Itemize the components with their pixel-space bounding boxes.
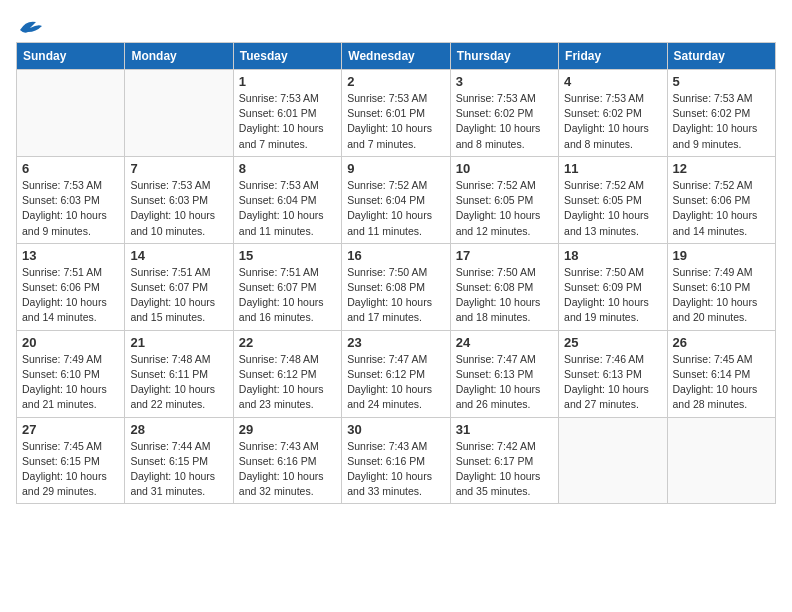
day-info: Sunrise: 7:43 AMSunset: 6:16 PMDaylight:… [239,439,336,500]
calendar-cell: 15Sunrise: 7:51 AMSunset: 6:07 PMDayligh… [233,243,341,330]
day-number: 19 [673,248,770,263]
calendar-cell: 30Sunrise: 7:43 AMSunset: 6:16 PMDayligh… [342,417,450,504]
day-info: Sunrise: 7:51 AMSunset: 6:07 PMDaylight:… [130,265,227,326]
day-info: Sunrise: 7:52 AMSunset: 6:05 PMDaylight:… [456,178,553,239]
calendar-cell: 23Sunrise: 7:47 AMSunset: 6:12 PMDayligh… [342,330,450,417]
day-number: 30 [347,422,444,437]
weekday-header-sunday: Sunday [17,43,125,70]
day-info: Sunrise: 7:50 AMSunset: 6:08 PMDaylight:… [347,265,444,326]
day-number: 29 [239,422,336,437]
day-number: 22 [239,335,336,350]
calendar-cell: 26Sunrise: 7:45 AMSunset: 6:14 PMDayligh… [667,330,775,417]
day-number: 5 [673,74,770,89]
day-number: 1 [239,74,336,89]
day-info: Sunrise: 7:49 AMSunset: 6:10 PMDaylight:… [22,352,119,413]
weekday-header-thursday: Thursday [450,43,558,70]
day-number: 28 [130,422,227,437]
calendar-cell [17,70,125,157]
day-number: 4 [564,74,661,89]
day-info: Sunrise: 7:52 AMSunset: 6:05 PMDaylight:… [564,178,661,239]
weekday-header-tuesday: Tuesday [233,43,341,70]
calendar-cell: 16Sunrise: 7:50 AMSunset: 6:08 PMDayligh… [342,243,450,330]
calendar-table: SundayMondayTuesdayWednesdayThursdayFrid… [16,42,776,504]
day-info: Sunrise: 7:43 AMSunset: 6:16 PMDaylight:… [347,439,444,500]
calendar-cell [667,417,775,504]
day-info: Sunrise: 7:46 AMSunset: 6:13 PMDaylight:… [564,352,661,413]
day-info: Sunrise: 7:45 AMSunset: 6:14 PMDaylight:… [673,352,770,413]
day-number: 27 [22,422,119,437]
calendar-cell: 12Sunrise: 7:52 AMSunset: 6:06 PMDayligh… [667,156,775,243]
weekday-header-friday: Friday [559,43,667,70]
day-number: 7 [130,161,227,176]
day-number: 10 [456,161,553,176]
weekday-header-wednesday: Wednesday [342,43,450,70]
calendar-cell: 11Sunrise: 7:52 AMSunset: 6:05 PMDayligh… [559,156,667,243]
day-info: Sunrise: 7:53 AMSunset: 6:02 PMDaylight:… [673,91,770,152]
calendar-cell: 28Sunrise: 7:44 AMSunset: 6:15 PMDayligh… [125,417,233,504]
calendar-cell: 7Sunrise: 7:53 AMSunset: 6:03 PMDaylight… [125,156,233,243]
day-number: 14 [130,248,227,263]
day-info: Sunrise: 7:48 AMSunset: 6:11 PMDaylight:… [130,352,227,413]
calendar-cell: 2Sunrise: 7:53 AMSunset: 6:01 PMDaylight… [342,70,450,157]
day-number: 17 [456,248,553,263]
day-number: 3 [456,74,553,89]
day-info: Sunrise: 7:52 AMSunset: 6:06 PMDaylight:… [673,178,770,239]
day-info: Sunrise: 7:51 AMSunset: 6:06 PMDaylight:… [22,265,119,326]
calendar-cell: 31Sunrise: 7:42 AMSunset: 6:17 PMDayligh… [450,417,558,504]
day-number: 24 [456,335,553,350]
calendar-cell: 22Sunrise: 7:48 AMSunset: 6:12 PMDayligh… [233,330,341,417]
day-number: 11 [564,161,661,176]
day-info: Sunrise: 7:52 AMSunset: 6:04 PMDaylight:… [347,178,444,239]
calendar-cell: 5Sunrise: 7:53 AMSunset: 6:02 PMDaylight… [667,70,775,157]
day-number: 18 [564,248,661,263]
day-info: Sunrise: 7:50 AMSunset: 6:08 PMDaylight:… [456,265,553,326]
logo [16,16,44,34]
day-number: 25 [564,335,661,350]
calendar-cell: 24Sunrise: 7:47 AMSunset: 6:13 PMDayligh… [450,330,558,417]
day-info: Sunrise: 7:53 AMSunset: 6:01 PMDaylight:… [239,91,336,152]
day-number: 9 [347,161,444,176]
calendar-cell [559,417,667,504]
day-info: Sunrise: 7:48 AMSunset: 6:12 PMDaylight:… [239,352,336,413]
day-number: 8 [239,161,336,176]
day-info: Sunrise: 7:51 AMSunset: 6:07 PMDaylight:… [239,265,336,326]
day-number: 23 [347,335,444,350]
day-info: Sunrise: 7:45 AMSunset: 6:15 PMDaylight:… [22,439,119,500]
calendar-cell: 6Sunrise: 7:53 AMSunset: 6:03 PMDaylight… [17,156,125,243]
page-header [16,16,776,34]
day-number: 26 [673,335,770,350]
calendar-cell: 13Sunrise: 7:51 AMSunset: 6:06 PMDayligh… [17,243,125,330]
day-info: Sunrise: 7:47 AMSunset: 6:13 PMDaylight:… [456,352,553,413]
day-info: Sunrise: 7:53 AMSunset: 6:01 PMDaylight:… [347,91,444,152]
day-info: Sunrise: 7:53 AMSunset: 6:03 PMDaylight:… [130,178,227,239]
calendar-cell: 21Sunrise: 7:48 AMSunset: 6:11 PMDayligh… [125,330,233,417]
day-info: Sunrise: 7:49 AMSunset: 6:10 PMDaylight:… [673,265,770,326]
day-info: Sunrise: 7:53 AMSunset: 6:02 PMDaylight:… [456,91,553,152]
day-number: 13 [22,248,119,263]
day-number: 21 [130,335,227,350]
day-number: 20 [22,335,119,350]
day-info: Sunrise: 7:47 AMSunset: 6:12 PMDaylight:… [347,352,444,413]
logo-bird-icon [16,16,44,38]
calendar-cell: 8Sunrise: 7:53 AMSunset: 6:04 PMDaylight… [233,156,341,243]
calendar-cell: 10Sunrise: 7:52 AMSunset: 6:05 PMDayligh… [450,156,558,243]
calendar-cell: 14Sunrise: 7:51 AMSunset: 6:07 PMDayligh… [125,243,233,330]
day-number: 16 [347,248,444,263]
day-info: Sunrise: 7:44 AMSunset: 6:15 PMDaylight:… [130,439,227,500]
calendar-cell: 29Sunrise: 7:43 AMSunset: 6:16 PMDayligh… [233,417,341,504]
calendar-cell: 18Sunrise: 7:50 AMSunset: 6:09 PMDayligh… [559,243,667,330]
weekday-header-saturday: Saturday [667,43,775,70]
calendar-cell: 20Sunrise: 7:49 AMSunset: 6:10 PMDayligh… [17,330,125,417]
calendar-cell: 17Sunrise: 7:50 AMSunset: 6:08 PMDayligh… [450,243,558,330]
calendar-cell: 3Sunrise: 7:53 AMSunset: 6:02 PMDaylight… [450,70,558,157]
day-info: Sunrise: 7:50 AMSunset: 6:09 PMDaylight:… [564,265,661,326]
day-info: Sunrise: 7:42 AMSunset: 6:17 PMDaylight:… [456,439,553,500]
day-info: Sunrise: 7:53 AMSunset: 6:03 PMDaylight:… [22,178,119,239]
day-info: Sunrise: 7:53 AMSunset: 6:04 PMDaylight:… [239,178,336,239]
calendar-cell: 27Sunrise: 7:45 AMSunset: 6:15 PMDayligh… [17,417,125,504]
calendar-cell: 19Sunrise: 7:49 AMSunset: 6:10 PMDayligh… [667,243,775,330]
day-number: 31 [456,422,553,437]
day-number: 15 [239,248,336,263]
weekday-header-monday: Monday [125,43,233,70]
day-number: 2 [347,74,444,89]
